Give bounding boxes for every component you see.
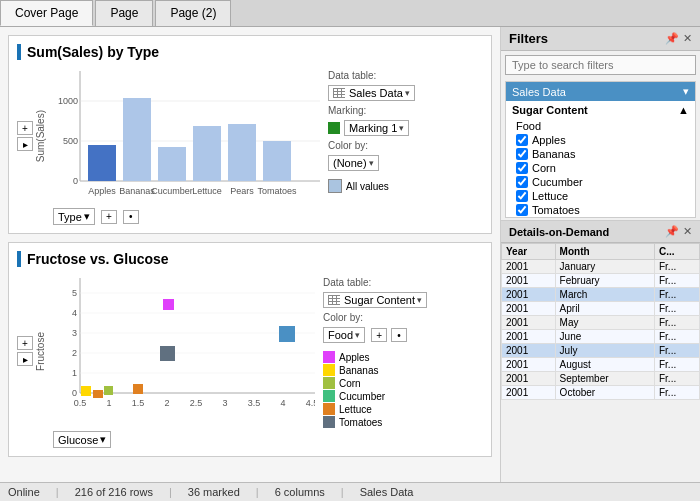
bar-x-axis-btn[interactable]: Type ▾	[53, 208, 95, 225]
marking-value: Marking 1	[349, 122, 397, 134]
point-lettuce-2[interactable]	[133, 384, 143, 394]
point-blue[interactable]	[279, 326, 295, 342]
filter-bananas-label: Bananas	[532, 148, 575, 160]
details-pin-icon[interactable]: 📌	[665, 225, 679, 238]
table-row[interactable]: 2001MayFr...	[502, 316, 700, 330]
cell-year: 2001	[502, 344, 556, 358]
svg-text:4: 4	[72, 308, 77, 318]
details-table[interactable]: Year Month C... 2001JanuaryFr...2001Febr…	[501, 243, 700, 482]
svg-text:1: 1	[106, 398, 111, 408]
color-by-label-row: Color by:	[328, 140, 415, 151]
scatter-y-axis-label: Fructose	[35, 332, 46, 371]
scatter-color-by-select[interactable]: Food ▾	[323, 327, 365, 343]
point-bananas-1[interactable]	[81, 386, 91, 396]
legend-apples-swatch	[323, 351, 335, 363]
filter-lettuce-label: Lettuce	[532, 190, 568, 202]
svg-text:1.5: 1.5	[132, 398, 145, 408]
scatter-zoom-in[interactable]: +	[17, 336, 33, 350]
table-row[interactable]: 2001OctoberFr...	[502, 386, 700, 400]
table-row[interactable]: 2001JuneFr...	[502, 330, 700, 344]
filter-food-header: Food	[506, 119, 695, 133]
all-values-label: All values	[346, 181, 389, 192]
legend-tomatoes-label: Tomatoes	[339, 417, 382, 428]
point-tomatoes[interactable]	[160, 346, 175, 361]
scatter-dropdown-icon: ▾	[417, 295, 422, 305]
filters-section: Filters 📌 ✕ Sales Data ▾ Sugar Content ▲	[501, 27, 700, 220]
table-row[interactable]: 2001FebruaryFr...	[502, 274, 700, 288]
data-table-value: Sales Data	[349, 87, 403, 99]
col-c[interactable]: C...	[654, 244, 699, 260]
marking-label: Marking:	[328, 105, 366, 116]
point-apples[interactable]	[163, 299, 174, 310]
marking-select[interactable]: Marking 1 ▾	[344, 120, 409, 136]
details-header: Details-on-Demand 📌 ✕	[501, 221, 700, 243]
details-close-icon[interactable]: ✕	[683, 225, 692, 238]
filter-apples-checkbox[interactable]	[516, 134, 528, 146]
bar-tomatoes[interactable]	[263, 141, 291, 181]
legend-cucumber: Cucumber	[323, 390, 427, 402]
cell-month: June	[555, 330, 654, 344]
filters-pin-icon[interactable]: 📌	[665, 32, 679, 45]
filter-cucumber: Cucumber	[506, 175, 695, 189]
bar-zoom-in[interactable]: +	[17, 121, 33, 135]
scatter-color-dot[interactable]: •	[391, 328, 407, 342]
point-corn-1[interactable]	[104, 386, 113, 395]
filter-lettuce-checkbox[interactable]	[516, 190, 528, 202]
tab-page[interactable]: Page	[95, 0, 153, 26]
cell-year: 2001	[502, 316, 556, 330]
bar-cucumber[interactable]	[158, 147, 186, 181]
table-row[interactable]: 2001AprilFr...	[502, 302, 700, 316]
filter-search-input[interactable]	[505, 55, 696, 75]
tab-bar: Cover Page Page Page (2)	[0, 0, 700, 27]
scatter-x-axis-btn[interactable]: Glucose ▾	[53, 431, 111, 448]
svg-text:3: 3	[72, 328, 77, 338]
bar-zoom-out[interactable]: ▸	[17, 137, 33, 151]
col-month[interactable]: Month	[555, 244, 654, 260]
legend-corn-swatch	[323, 377, 335, 389]
color-by-select[interactable]: (None) ▾	[328, 155, 379, 171]
table-row[interactable]: 2001SeptemberFr...	[502, 372, 700, 386]
scatter-data-table-value: Sugar Content	[344, 294, 415, 306]
scatter-zoom-btns: + ▸	[17, 336, 33, 366]
bar-pears[interactable]	[228, 124, 256, 181]
filter-corn-checkbox[interactable]	[516, 162, 528, 174]
filter-lettuce: Lettuce	[506, 189, 695, 203]
filter-cucumber-checkbox[interactable]	[516, 176, 528, 188]
scatter-data-table-select[interactable]: Sugar Content ▾	[323, 292, 427, 308]
data-table-select[interactable]: Sales Data ▾	[328, 85, 415, 101]
data-table-row: Data table:	[328, 70, 415, 81]
tab-cover-page[interactable]: Cover Page	[0, 0, 93, 26]
filter-tomatoes-checkbox[interactable]	[516, 204, 528, 216]
scatter-zoom-out[interactable]: ▸	[17, 352, 33, 366]
data-table-label: Data table:	[328, 70, 376, 81]
bar-chart-svg: 0 500 1000	[50, 66, 320, 206]
svg-text:2.5: 2.5	[190, 398, 203, 408]
cell-c: Fr...	[654, 316, 699, 330]
svg-text:Bananas: Bananas	[119, 186, 155, 196]
filter-bananas-checkbox[interactable]	[516, 148, 528, 160]
cell-month: July	[555, 344, 654, 358]
status-columns: 6 columns	[275, 486, 325, 498]
table-row[interactable]: 2001JulyFr...	[502, 344, 700, 358]
bar-apples[interactable]	[88, 145, 116, 181]
table-row[interactable]: 2001JanuaryFr...	[502, 260, 700, 274]
sugar-content-collapse[interactable]: ▲	[678, 104, 689, 116]
svg-text:0: 0	[72, 388, 77, 398]
sales-data-filter-header[interactable]: Sales Data ▾	[506, 82, 695, 101]
filters-close-icon[interactable]: ✕	[683, 32, 692, 45]
legend-lettuce: Lettuce	[323, 403, 427, 415]
table-row[interactable]: 2001MarchFr...	[502, 288, 700, 302]
table-row[interactable]: 2001AugustFr...	[502, 358, 700, 372]
table-icon	[333, 88, 345, 98]
sugar-content-label: Sugar Content	[512, 104, 588, 116]
bar-lettuce[interactable]	[193, 126, 221, 181]
bar-axis-dot[interactable]: •	[123, 210, 139, 224]
tab-page-2[interactable]: Page (2)	[155, 0, 231, 26]
bar-bananas[interactable]	[123, 98, 151, 181]
col-year[interactable]: Year	[502, 244, 556, 260]
scatter-chart-title-text: Fructose vs. Glucose	[27, 251, 169, 267]
scatter-color-plus[interactable]: +	[371, 328, 387, 342]
bar-x-axis-dropdown: ▾	[84, 210, 90, 223]
bar-axis-plus[interactable]: +	[101, 210, 117, 224]
point-lettuce-1[interactable]	[93, 390, 103, 398]
